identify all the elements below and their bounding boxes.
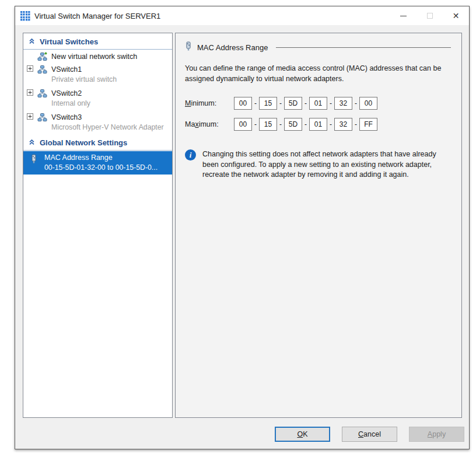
octet-separator: -	[277, 99, 284, 107]
sidebar-item-label: VSwitch2	[51, 89, 82, 97]
group-header-rule	[276, 47, 451, 48]
sidebar-item-subtitle: Internal only	[23, 99, 172, 110]
virtual-switch-icon	[37, 65, 48, 74]
octet-separator: -	[327, 99, 334, 107]
octet-separator: -	[277, 120, 284, 128]
octet-separator: -	[302, 99, 309, 107]
expander-slot	[27, 89, 37, 97]
navigation-pane: Virtual Switches New virtual network swi…	[23, 33, 173, 418]
sidebar-item-label: New virtual network switch	[51, 53, 137, 61]
sidebar-item-label: VSwitch1	[51, 65, 82, 74]
expand-plus-icon[interactable]	[27, 113, 33, 121]
max-octet-5[interactable]	[334, 118, 352, 131]
section-header-virtual-switches: Virtual Switches	[23, 33, 172, 50]
hyperv-app-icon	[20, 11, 30, 21]
sidebar-item-label: VSwitch3	[51, 113, 82, 121]
octet-separator: -	[327, 120, 334, 128]
octet-separator: -	[352, 99, 359, 107]
cancel-button[interactable]: Cancel	[342, 427, 397, 442]
section-label: Global Network Settings	[40, 138, 127, 147]
sidebar-item-subtitle: Microsoft Hyper-V Network Adapter	[23, 123, 172, 134]
virtual-switch-icon	[37, 113, 48, 122]
sidebar-item-subtitle: Private virtual switch	[23, 75, 172, 86]
minimize-icon	[400, 16, 407, 16]
settings-group-header: MAC Address Range	[185, 41, 451, 54]
sidebar-item-vswitch3[interactable]: VSwitch3	[23, 110, 172, 123]
sidebar-item-new-virtual-network-switch[interactable]: New virtual network switch	[23, 50, 172, 62]
info-icon: i	[185, 149, 196, 161]
apply-button[interactable]: Apply	[409, 427, 464, 442]
collapse-chevrons-icon[interactable]	[29, 139, 35, 147]
info-note-text: Changing this setting does not affect ne…	[202, 149, 451, 180]
info-note: i Changing this setting does not affect …	[185, 149, 451, 180]
settings-pane: MAC Address Range You can define the ran…	[175, 33, 462, 418]
new-switch-icon	[37, 52, 48, 61]
min-octet-5[interactable]	[334, 97, 352, 110]
sidebar-item-mac-address-range[interactable]: MAC Address Range 00-15-5D-01-32-00 to 0…	[23, 151, 172, 175]
mac-range-icon	[185, 41, 192, 54]
sidebar-item-label: MAC Address Range	[44, 154, 158, 162]
virtual-switch-manager-window: Virtual Switch Manager for SERVER1 ✕	[15, 6, 470, 449]
sidebar-item-vswitch1[interactable]: VSwitch1	[23, 62, 172, 75]
section-header-global-network-settings: Global Network Settings	[23, 134, 172, 151]
octet-separator: -	[352, 120, 359, 128]
max-octet-2[interactable]	[259, 118, 277, 131]
min-octet-2[interactable]	[259, 97, 277, 110]
max-octet-4[interactable]	[309, 118, 327, 131]
max-octet-6[interactable]	[359, 118, 377, 131]
minimum-mac-row: Minimum: - - - - -	[185, 97, 451, 110]
settings-group-title: MAC Address Range	[197, 43, 268, 52]
section-label: Virtual Switches	[40, 37, 98, 46]
min-octet-1[interactable]	[234, 97, 252, 110]
maximum-mac-row: Maximum: - - - - -	[185, 118, 451, 131]
close-icon: ✕	[453, 12, 460, 20]
min-octet-4[interactable]	[309, 97, 327, 110]
window-title: Virtual Switch Manager for SERVER1	[34, 12, 160, 20]
octet-separator: -	[252, 99, 259, 107]
close-button[interactable]: ✕	[443, 6, 469, 25]
mac-range-description: You can define the range of media access…	[185, 64, 451, 84]
sidebar-item-subtitle: 00-15-5D-01-32-00 to 00-15-5D-0...	[44, 163, 158, 172]
minimum-label: Minimum:	[185, 99, 234, 107]
max-octet-3[interactable]	[284, 118, 302, 131]
expander-slot	[27, 65, 37, 74]
expander-slot	[27, 113, 37, 121]
maximize-button	[416, 6, 443, 25]
sidebar-item-vswitch2[interactable]: VSwitch2	[23, 86, 172, 99]
octet-separator: -	[302, 120, 309, 128]
dialog-content: Virtual Switches New virtual network swi…	[15, 25, 469, 449]
min-octet-6[interactable]	[359, 97, 377, 110]
octet-separator: -	[252, 120, 259, 128]
mac-range-icon	[30, 154, 40, 172]
expand-plus-icon[interactable]	[27, 89, 33, 97]
virtual-switch-icon	[37, 89, 48, 98]
maximize-icon	[427, 13, 433, 19]
collapse-chevrons-icon[interactable]	[29, 38, 35, 46]
min-octet-3[interactable]	[284, 97, 302, 110]
max-octet-1[interactable]	[234, 118, 252, 131]
ok-button[interactable]: OK	[275, 427, 330, 442]
maximum-label: Maximum:	[185, 120, 234, 128]
titlebar: Virtual Switch Manager for SERVER1 ✕	[15, 6, 469, 25]
minimize-button[interactable]	[390, 6, 416, 25]
caption-buttons: ✕	[390, 6, 469, 25]
expand-plus-icon[interactable]	[27, 65, 33, 74]
